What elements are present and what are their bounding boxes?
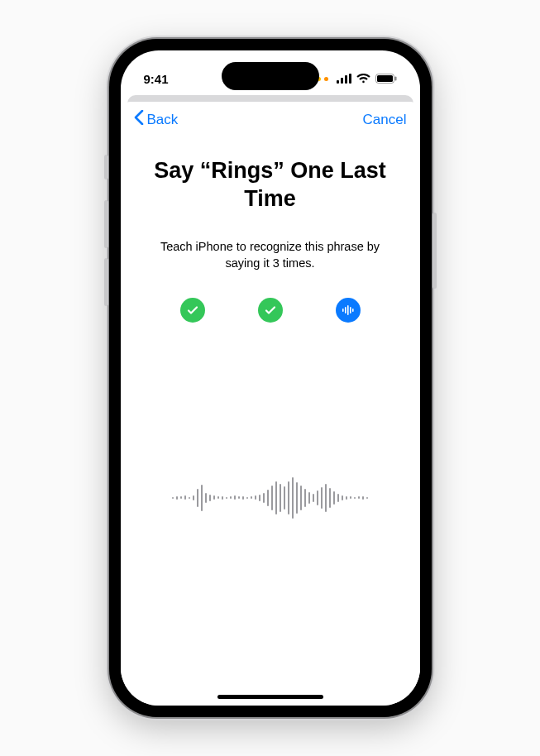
waveform-bar <box>337 494 339 502</box>
waveform-bar <box>271 486 273 510</box>
waveform-bar <box>267 490 269 506</box>
home-indicator[interactable] <box>217 695 323 699</box>
waveform-bar <box>317 490 318 505</box>
waveform-bar <box>342 495 343 500</box>
svg-rect-11 <box>352 309 354 312</box>
checkmark-icon <box>186 304 199 317</box>
waveform-bar <box>296 482 298 514</box>
waveform-bar <box>242 496 244 500</box>
page-subtitle: Teach iPhone to recognize this phrase by… <box>121 213 420 272</box>
side-button[interactable] <box>432 213 437 289</box>
waveform <box>172 465 368 531</box>
waveform-bar <box>193 495 194 500</box>
checkmark-icon <box>264 304 277 317</box>
waveform-bar <box>284 486 285 510</box>
waveform-bar <box>366 497 368 499</box>
waveform-bar <box>354 497 356 499</box>
progress-step-1 <box>180 298 205 323</box>
svg-rect-6 <box>394 76 396 80</box>
waveform-bar <box>275 481 277 514</box>
waveform-bar <box>325 484 327 512</box>
waveform-bar <box>180 496 182 499</box>
privacy-dot <box>324 77 328 81</box>
waveform-bar <box>246 497 248 499</box>
waveform-bar <box>197 489 198 507</box>
svg-rect-3 <box>349 74 351 84</box>
back-label: Back <box>147 112 179 128</box>
waveform-bar <box>304 489 306 507</box>
waveform-bar <box>288 481 289 514</box>
progress-step-3 <box>336 298 361 323</box>
phone-frame: 9:41 <box>109 39 432 717</box>
chevron-left-icon <box>134 110 144 129</box>
waveform-bar <box>329 488 331 508</box>
volume-down-button[interactable] <box>104 258 108 306</box>
waveform-icon <box>341 303 356 318</box>
waveform-bar <box>238 496 240 499</box>
waveform-bar <box>346 496 347 500</box>
waveform-bar <box>217 496 219 499</box>
waveform-bar <box>350 496 351 499</box>
dynamic-island <box>222 62 319 90</box>
svg-rect-10 <box>350 307 351 313</box>
waveform-bar <box>172 497 174 499</box>
svg-rect-8 <box>345 307 346 313</box>
page-title: Say “Rings” One Last Time <box>121 132 420 213</box>
sheet: Back Cancel Say “Rings” One Last Time Te… <box>121 102 420 706</box>
waveform-bar <box>362 496 364 500</box>
waveform-bar <box>292 477 294 519</box>
svg-rect-1 <box>341 78 343 84</box>
waveform-bar <box>230 496 232 499</box>
cellular-icon <box>337 72 351 86</box>
volume-up-button[interactable] <box>104 200 108 248</box>
svg-rect-2 <box>345 75 347 84</box>
waveform-area <box>121 323 420 706</box>
waveform-bar <box>333 491 335 505</box>
waveform-bar <box>313 494 314 502</box>
waveform-bar <box>259 495 260 501</box>
waveform-bar <box>280 484 281 512</box>
waveform-bar <box>176 496 178 500</box>
waveform-bar <box>209 495 211 501</box>
status-right <box>317 72 397 86</box>
waveform-bar <box>205 493 207 503</box>
waveform-bar <box>300 486 302 510</box>
waveform-bar <box>184 495 186 500</box>
mute-switch[interactable] <box>104 155 108 179</box>
battery-icon <box>375 72 397 86</box>
progress-step-2 <box>258 298 283 323</box>
waveform-bar <box>189 497 190 499</box>
waveform-bar <box>308 492 310 504</box>
waveform-bar <box>213 495 215 500</box>
svg-rect-7 <box>342 309 344 312</box>
screen: 9:41 <box>121 50 420 706</box>
back-button[interactable]: Back <box>134 110 179 129</box>
progress-indicators <box>121 298 420 323</box>
svg-rect-0 <box>337 80 339 84</box>
waveform-bar <box>358 496 360 499</box>
status-time: 9:41 <box>144 72 169 86</box>
waveform-bar <box>263 493 265 503</box>
waveform-bar <box>226 497 227 499</box>
waveform-bar <box>222 496 223 500</box>
svg-rect-9 <box>347 305 349 315</box>
waveform-bar <box>251 496 252 499</box>
waveform-bar <box>201 485 203 511</box>
waveform-bar <box>321 487 323 509</box>
waveform-bar <box>234 495 236 500</box>
waveform-bar <box>255 495 256 500</box>
wifi-icon <box>356 72 370 86</box>
cancel-button[interactable]: Cancel <box>363 112 407 128</box>
nav-bar: Back Cancel <box>121 102 420 132</box>
svg-rect-5 <box>377 75 393 82</box>
